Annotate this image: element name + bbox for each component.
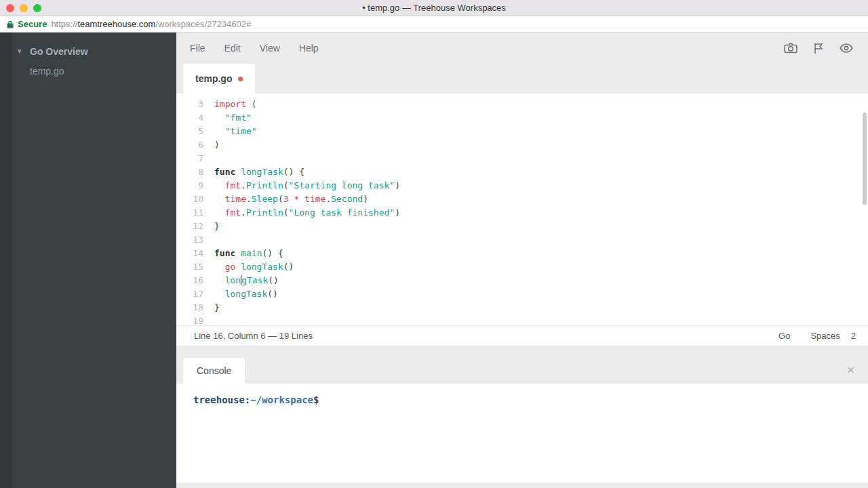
url-host: teamtreehouse.com	[77, 19, 155, 29]
chevron-down-icon: ▾	[18, 47, 22, 56]
workspace: ▾ Go Overview temp.go File Edit View Hel…	[0, 33, 868, 488]
code-area: 3import (4 "fmt"5 "time"6)78func longTas…	[176, 98, 868, 325]
browser-address-bar[interactable]: Secure https://teamtreehouse.com/workspa…	[0, 16, 868, 33]
code-line[interactable]: 8func longTask() {	[176, 165, 868, 179]
code-line[interactable]: 12}	[176, 220, 868, 233]
code-line[interactable]: 17 longTask()	[176, 287, 868, 301]
eye-icon[interactable]	[840, 43, 853, 53]
url-scheme: https://	[51, 19, 77, 29]
minimize-window-button[interactable]	[20, 4, 28, 12]
line-number: 15	[176, 260, 203, 274]
line-number: 6	[176, 138, 203, 152]
line-number: 12	[176, 220, 203, 233]
indent-value: 2	[851, 331, 856, 341]
line-number: 8	[176, 165, 203, 179]
bottom-padding	[176, 483, 868, 488]
language-mode-select[interactable]: Go	[778, 331, 790, 341]
line-number: 16	[176, 274, 203, 287]
console-tab-label: Console	[197, 365, 231, 376]
file-sidebar: ▾ Go Overview temp.go	[0, 33, 176, 488]
indentation-select[interactable]: Spaces 2	[810, 331, 856, 341]
unsaved-dot-icon	[238, 77, 243, 81]
console-terminal[interactable]: treehouse:~/workspace$	[176, 384, 868, 483]
toolbar-icons	[784, 43, 853, 54]
code-line[interactable]: 5 "time"	[176, 125, 868, 138]
url-path: /workspaces/27234602#	[155, 19, 251, 29]
zoom-window-button[interactable]	[33, 4, 41, 12]
cursor-position-status: Line 16, Column 6 — 19 Lines	[194, 331, 313, 341]
sidebar-item-label: Go Overview	[30, 46, 88, 57]
code-line[interactable]: 18}	[176, 301, 868, 314]
code-line[interactable]: 16 longTask()	[176, 274, 868, 287]
close-window-button[interactable]	[6, 4, 14, 12]
code-line[interactable]: 15 go longTask()	[176, 260, 868, 274]
editor-tab-temp-go[interactable]: temp.go	[183, 64, 255, 94]
sidebar-item-label: temp.go	[30, 66, 64, 77]
line-number: 13	[176, 233, 203, 247]
browser-window: • temp.go — Treehouse Workspaces Secure …	[0, 0, 868, 488]
line-number: 7	[176, 152, 203, 165]
terminal-prompt: treehouse:~/workspace$	[193, 394, 868, 405]
code-line[interactable]: 14func main() {	[176, 247, 868, 260]
code-line[interactable]: 19	[176, 314, 868, 325]
camera-icon[interactable]	[784, 43, 797, 54]
window-controls	[0, 4, 41, 12]
console-tabbar: Console ×	[176, 358, 868, 384]
sidebar-item-temp-go[interactable]: temp.go	[0, 62, 176, 81]
code-line[interactable]: 11 fmt.Println("Long task finished")	[176, 206, 868, 220]
editor-scrollbar[interactable]	[863, 113, 867, 205]
editor-tabbar: temp.go	[176, 64, 868, 94]
panel-divider	[176, 346, 868, 358]
editor-statusbar: Line 16, Column 6 — 19 Lines Go Spaces 2	[176, 325, 868, 346]
close-console-icon[interactable]: ×	[847, 363, 854, 376]
window-title: • temp.go — Treehouse Workspaces	[0, 3, 868, 13]
secure-badge: Secure	[18, 19, 47, 29]
ide-main: File Edit View Help	[176, 33, 868, 488]
line-number: 9	[176, 179, 203, 192]
indent-label: Spaces	[810, 331, 840, 341]
line-number: 3	[176, 98, 203, 111]
lock-icon	[7, 20, 14, 28]
menu-edit[interactable]: Edit	[224, 43, 241, 54]
menu-view[interactable]: View	[260, 43, 280, 54]
menu-file[interactable]: File	[190, 43, 205, 54]
code-line[interactable]: 9 fmt.Println("Starting long task")	[176, 179, 868, 192]
console-tab[interactable]: Console	[183, 358, 245, 384]
line-number: 18	[176, 301, 203, 314]
menu-help[interactable]: Help	[299, 43, 319, 54]
url-text[interactable]: https://teamtreehouse.com/workspaces/272…	[51, 19, 251, 29]
window-titlebar: • temp.go — Treehouse Workspaces	[0, 0, 868, 16]
line-number: 11	[176, 206, 203, 220]
code-line[interactable]: 7	[176, 152, 868, 165]
line-number: 17	[176, 287, 203, 301]
line-number: 19	[176, 314, 203, 325]
editor-tab-label: temp.go	[195, 73, 232, 84]
line-number: 5	[176, 125, 203, 138]
line-number: 4	[176, 111, 203, 125]
code-line[interactable]: 13	[176, 233, 868, 247]
ide-menubar: File Edit View Help	[176, 33, 868, 64]
line-number: 10	[176, 192, 203, 206]
line-number: 14	[176, 247, 203, 260]
code-line[interactable]: 3import (	[176, 98, 868, 111]
code-editor[interactable]: 3import (4 "fmt"5 "time"6)78func longTas…	[176, 94, 868, 325]
code-line[interactable]: 4 "fmt"	[176, 111, 868, 125]
sidebar-item-go-overview[interactable]: ▾ Go Overview	[0, 42, 176, 62]
code-line[interactable]: 10 time.Sleep(3 * time.Second)	[176, 192, 868, 206]
code-line[interactable]: 6)	[176, 138, 868, 152]
flag-icon[interactable]	[814, 43, 823, 54]
